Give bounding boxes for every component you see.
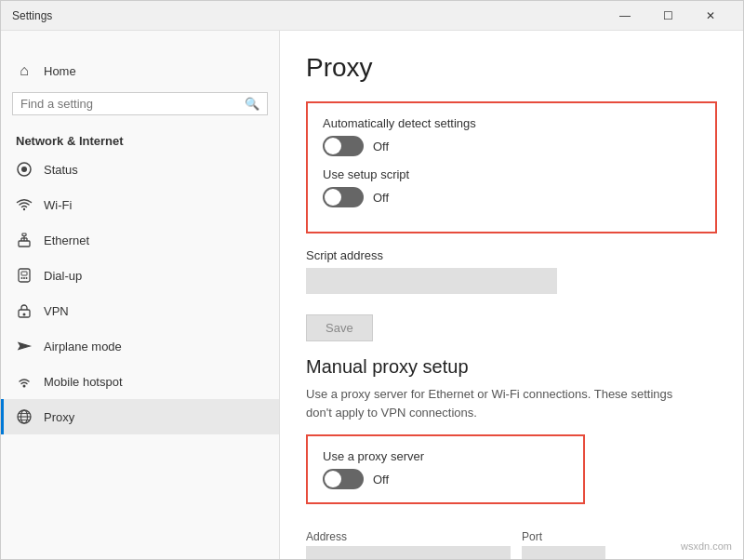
address-port-section: Address Port xyxy=(306,530,717,559)
use-proxy-toggle-row: Off xyxy=(323,469,568,489)
save-button[interactable]: Save xyxy=(306,314,373,341)
sidebar-item-vpn[interactable]: VPN xyxy=(1,293,279,328)
maximize-button[interactable]: ☐ xyxy=(646,1,689,31)
use-proxy-label: Use a proxy server xyxy=(323,449,568,463)
proxy-icon xyxy=(16,408,33,425)
sidebar-item-hotspot-label: Mobile hotspot xyxy=(44,375,123,389)
sidebar-item-airplane-label: Airplane mode xyxy=(44,340,122,353)
sidebar-item-status[interactable]: Status xyxy=(1,152,279,187)
address-input[interactable] xyxy=(306,546,511,559)
use-proxy-section: Use a proxy server Off xyxy=(306,434,585,504)
port-label: Port xyxy=(522,530,605,543)
auto-detect-label: Automatically detect settings xyxy=(323,116,700,130)
sidebar-item-status-label: Status xyxy=(44,163,78,177)
sidebar-item-home-label: Home xyxy=(44,64,76,78)
sidebar-item-home[interactable]: ⌂ Home xyxy=(1,53,279,88)
setup-script-label: Use setup script xyxy=(323,167,700,181)
svg-rect-3 xyxy=(19,241,30,247)
search-box[interactable]: 🔍 xyxy=(12,92,268,115)
settings-window: Settings — ☐ ✕ ⌂ Home 🔍 Network & Intern… xyxy=(0,0,744,560)
search-icon: 🔍 xyxy=(245,97,259,111)
svg-point-2 xyxy=(23,208,25,210)
hotspot-icon xyxy=(16,373,33,390)
content-area: ⌂ Home 🔍 Network & Internet Status xyxy=(1,31,743,559)
manual-section-title: Manual proxy setup xyxy=(306,356,717,378)
address-label: Address xyxy=(306,530,511,543)
use-proxy-toggle[interactable] xyxy=(323,469,364,489)
use-proxy-toggle-label: Off xyxy=(373,473,389,487)
port-field-group: Port xyxy=(522,530,605,559)
svg-point-14 xyxy=(26,277,28,279)
svg-point-17 xyxy=(23,385,26,388)
sidebar-item-proxy[interactable]: Proxy xyxy=(1,399,279,434)
sidebar-item-vpn-label: VPN xyxy=(44,304,69,318)
setup-script-toggle-row: Off xyxy=(323,187,700,207)
window-controls: — ☐ ✕ xyxy=(604,1,732,31)
address-field-group: Address xyxy=(306,530,511,559)
auto-detect-setting: Automatically detect settings Off xyxy=(323,116,700,156)
auto-detect-toggle-label: Off xyxy=(373,140,389,153)
minimize-button[interactable]: — xyxy=(604,1,646,31)
setup-script-toggle-label: Off xyxy=(373,191,389,205)
svg-point-16 xyxy=(23,313,26,316)
setup-script-setting: Use setup script Off xyxy=(323,167,700,207)
script-address-label: Script address xyxy=(306,248,717,262)
sidebar-item-proxy-label: Proxy xyxy=(44,410,74,424)
script-address-setting: Script address xyxy=(306,248,717,294)
script-address-input[interactable] xyxy=(306,268,557,294)
svg-point-13 xyxy=(23,277,25,279)
window-title: Settings xyxy=(12,9,52,22)
svg-rect-11 xyxy=(21,272,27,275)
main-content: Proxy Automatically detect settings Off … xyxy=(280,31,743,559)
vpn-icon xyxy=(16,302,33,319)
auto-detect-toggle[interactable] xyxy=(323,136,364,156)
sidebar-item-ethernet[interactable]: Ethernet xyxy=(1,222,279,258)
sidebar-item-hotspot[interactable]: Mobile hotspot xyxy=(1,364,279,399)
port-input[interactable] xyxy=(522,546,605,559)
sidebar-item-wifi[interactable]: Wi-Fi xyxy=(1,187,279,222)
manual-description: Use a proxy server for Ethernet or Wi-Fi… xyxy=(306,385,697,421)
sidebar-item-ethernet-label: Ethernet xyxy=(44,233,89,247)
sidebar-item-dialup-label: Dial-up xyxy=(44,269,82,283)
sidebar: ⌂ Home 🔍 Network & Internet Status xyxy=(1,31,280,559)
address-port-row: Address Port xyxy=(306,530,717,559)
close-button[interactable]: ✕ xyxy=(689,1,732,31)
sidebar-home-label xyxy=(1,31,279,53)
setup-script-toggle[interactable] xyxy=(323,187,364,207)
airplane-icon xyxy=(16,338,33,354)
svg-point-12 xyxy=(21,277,23,279)
watermark: wsxdn.com xyxy=(681,540,732,552)
home-icon: ⌂ xyxy=(16,62,33,79)
sidebar-section-label: Network & Internet xyxy=(1,127,279,152)
auto-detect-toggle-row: Off xyxy=(323,136,700,156)
auto-proxy-section: Automatically detect settings Off Use se… xyxy=(306,101,717,233)
status-icon xyxy=(16,161,33,178)
sidebar-item-wifi-label: Wi-Fi xyxy=(44,198,72,212)
page-title: Proxy xyxy=(306,53,717,83)
dialup-icon xyxy=(16,267,33,284)
sidebar-item-airplane[interactable]: Airplane mode xyxy=(1,328,279,364)
search-input[interactable] xyxy=(20,97,245,111)
sidebar-item-dialup[interactable]: Dial-up xyxy=(1,258,279,293)
title-bar: Settings — ☐ ✕ xyxy=(1,1,743,31)
svg-point-1 xyxy=(21,167,27,172)
svg-rect-9 xyxy=(22,233,26,236)
ethernet-icon xyxy=(16,232,33,248)
wifi-icon xyxy=(16,196,33,213)
